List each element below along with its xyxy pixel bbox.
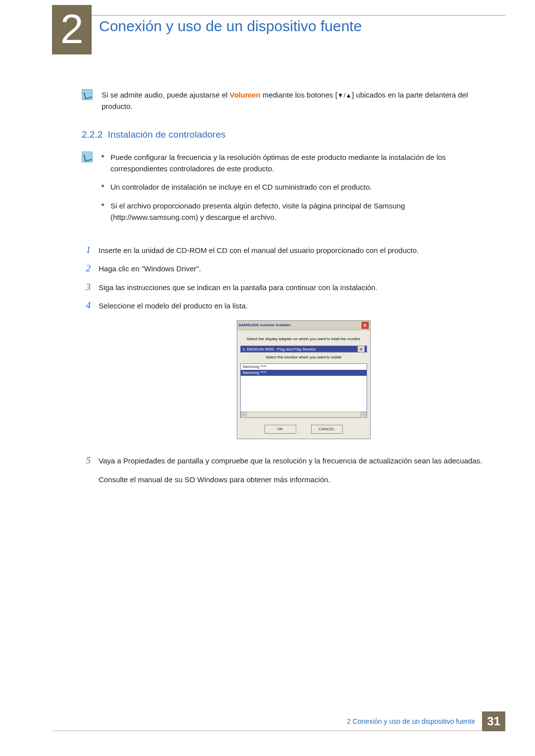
note-block-2: Puede configurar la frecuencia y la reso… — [82, 151, 490, 230]
bullet-item: Un controlador de instalación se incluye… — [102, 181, 490, 193]
note-block-1: Si se admite audio, puede ajustarse el V… — [82, 89, 490, 112]
footer-chapter: 2 Conexión y uso de un dispositivo fuent… — [347, 717, 475, 725]
monitor-listbox[interactable]: Samsung **** Samsung **** ‹ › — [240, 363, 367, 418]
horizontal-scrollbar[interactable]: ‹ › — [241, 411, 367, 417]
adapter-value: 1. RADEON 9550 : Plug and Play Monitor — [243, 346, 316, 352]
note1-mid: mediante los botones [ — [261, 91, 337, 99]
step-text: Inserte en la unidad de CD-ROM el CD con… — [99, 245, 490, 256]
installer-title: SAMSUNG monitor installer — [239, 322, 291, 328]
note-icon — [82, 151, 93, 162]
dialog-button-row: OK CANCEL — [240, 425, 367, 434]
step-extra: Consulte el manual de su SO Windows para… — [99, 474, 490, 485]
step-item: 5 Vaya a Propiedades de pantalla y compr… — [82, 455, 490, 485]
note1-highlight: Volumen — [230, 91, 261, 99]
step-number: 1 — [82, 245, 91, 256]
chapter-title: Conexión y uso de un dispositivo fuente — [99, 18, 362, 35]
step-body: Vaya a Propiedades de pantalla y comprue… — [99, 455, 490, 485]
chapter-number-block: 2 — [52, 5, 92, 54]
step-body: Seleccione el modelo del producto en la … — [99, 300, 490, 448]
adapter-dropdown[interactable]: 1. RADEON 9550 : Plug and Play Monitor ▾ — [240, 346, 367, 353]
note-text-1: Si se admite audio, puede ajustarse el V… — [102, 89, 490, 112]
section-heading: 2.2.2 Instalación de controladores — [82, 127, 490, 142]
section-title: Instalación de controladores — [108, 129, 226, 140]
ordered-steps: 1 Inserte en la unidad de CD-ROM el CD c… — [82, 245, 490, 485]
bullet-text: Puede configurar la frecuencia y la reso… — [110, 153, 446, 173]
note-icon — [82, 89, 93, 100]
note1-triangles: ▼/▲ — [337, 92, 352, 99]
step-item: 4 Seleccione el modelo del producto en l… — [82, 300, 490, 448]
adapter-label: Select the display adapter on which you … — [240, 336, 367, 342]
chapter-number: 2 — [52, 5, 92, 50]
step-item: 2 Haga clic en "Windows Driver". — [82, 263, 490, 274]
step-text: Seleccione el modelo del producto en la … — [99, 300, 490, 311]
bullet-item: Puede configurar la frecuencia y la reso… — [102, 151, 490, 175]
content-area: Si se admite audio, puede ajustarse el V… — [82, 89, 490, 492]
step-number: 3 — [82, 282, 91, 293]
note1-pre: Si se admite audio, puede ajustarse el — [102, 91, 230, 99]
ok-button[interactable]: OK — [265, 425, 296, 434]
installer-titlebar: SAMSUNG monitor installer X — [237, 321, 370, 330]
section-num: 2.2.2 — [82, 129, 103, 140]
bullet-text: Si el archivo proporcionado presenta alg… — [110, 202, 405, 221]
installer-window: SAMSUNG monitor installer X Select the d… — [237, 320, 371, 439]
scroll-left-icon[interactable]: ‹ — [241, 412, 247, 418]
step-item: 1 Inserte en la unidad de CD-ROM el CD c… — [82, 245, 490, 256]
page-footer: 2 Conexión y uso de un dispositivo fuent… — [347, 711, 505, 731]
chevron-down-icon[interactable]: ▾ — [358, 346, 365, 352]
footer-page-number: 31 — [482, 711, 505, 731]
step-text: Siga las instrucciones que se indican en… — [99, 282, 490, 293]
cancel-button[interactable]: CANCEL — [311, 425, 343, 434]
list-item[interactable]: Samsung **** — [241, 370, 367, 376]
step-number: 4 — [82, 300, 91, 311]
step-number: 5 — [82, 455, 91, 466]
list-item[interactable]: Samsung **** — [241, 364, 367, 370]
installer-body: Select the display adapter on which you … — [237, 330, 370, 439]
scroll-right-icon[interactable]: › — [361, 412, 367, 418]
bullet-item: Si el archivo proporcionado presenta alg… — [102, 200, 490, 223]
step-item: 3 Siga las instrucciones que se indican … — [82, 282, 490, 293]
monitor-label: Select the monitor which you want to ins… — [240, 354, 367, 360]
note-text-2: Puede configurar la frecuencia y la reso… — [102, 151, 490, 230]
step-number: 2 — [82, 263, 91, 274]
top-rule — [52, 15, 505, 16]
close-icon[interactable]: X — [362, 322, 369, 329]
bullet-text: Un controlador de instalación se incluye… — [110, 183, 372, 191]
step-text: Vaya a Propiedades de pantalla y comprue… — [99, 455, 490, 466]
step-text: Haga clic en "Windows Driver". — [99, 263, 490, 274]
installer-screenshot: SAMSUNG monitor installer X Select the d… — [116, 320, 490, 439]
